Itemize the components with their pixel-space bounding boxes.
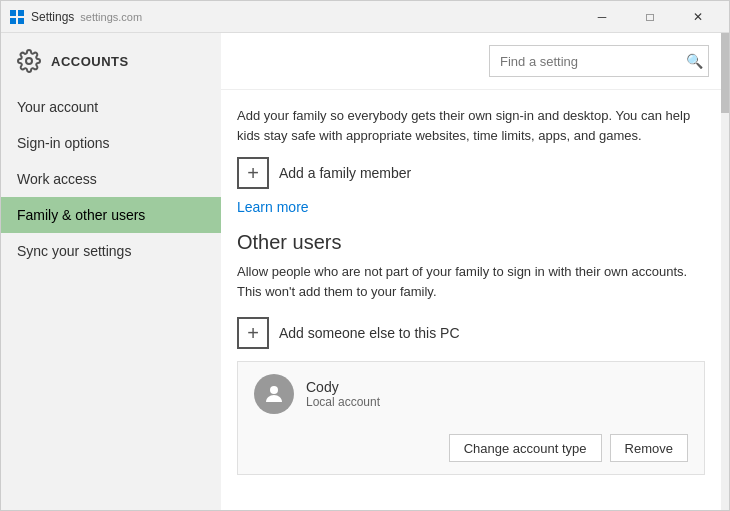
gear-icon: [17, 49, 41, 73]
svg-point-4: [26, 58, 32, 64]
titlebar-domain: settings.com: [80, 11, 142, 23]
main-content: 🔍 Add your family so everybody gets thei…: [221, 33, 729, 510]
titlebar: Settings settings.com ─ □ ✕: [1, 1, 729, 33]
sidebar-item-your-account[interactable]: Your account: [1, 89, 221, 125]
minimize-button[interactable]: ─: [579, 1, 625, 33]
sidebar-item-sign-in-options[interactable]: Sign-in options: [1, 125, 221, 161]
content-area: ACCOUNTS Your account Sign-in options Wo…: [1, 33, 729, 510]
app-icon: [9, 9, 25, 25]
search-wrapper: 🔍: [489, 45, 709, 77]
scrollbar-thumb[interactable]: [721, 33, 729, 113]
user-card: Cody Local account Change account type R…: [237, 361, 705, 475]
search-icon: 🔍: [686, 53, 703, 69]
learn-more-link[interactable]: Learn more: [237, 199, 705, 215]
svg-rect-2: [10, 18, 16, 24]
add-family-label: Add a family member: [279, 165, 411, 181]
titlebar-title: Settings: [31, 10, 74, 24]
header-bar: 🔍: [221, 33, 729, 90]
search-input[interactable]: [489, 45, 709, 77]
sidebar-title: ACCOUNTS: [51, 54, 129, 69]
other-users-description: Allow people who are not part of your fa…: [237, 262, 705, 301]
main-body: Add your family so everybody gets their …: [221, 90, 729, 495]
sidebar: ACCOUNTS Your account Sign-in options Wo…: [1, 33, 221, 510]
plus-icon: +: [237, 157, 269, 189]
add-someone-label: Add someone else to this PC: [279, 325, 460, 341]
remove-button[interactable]: Remove: [610, 434, 688, 462]
titlebar-controls: ─ □ ✕: [579, 1, 721, 33]
other-users-title: Other users: [237, 231, 705, 254]
add-someone-button[interactable]: + Add someone else to this PC: [237, 317, 705, 349]
user-card-actions: Change account type Remove: [238, 426, 704, 474]
add-family-member-button[interactable]: + Add a family member: [237, 157, 705, 189]
titlebar-left: Settings settings.com: [9, 9, 142, 25]
settings-window: Settings settings.com ─ □ ✕ ACCOUNTS You…: [0, 0, 730, 511]
sidebar-item-sync-your-settings[interactable]: Sync your settings: [1, 233, 221, 269]
person-icon: [262, 382, 286, 406]
plus-icon-2: +: [237, 317, 269, 349]
svg-rect-0: [10, 10, 16, 16]
user-name: Cody: [306, 379, 688, 395]
maximize-button[interactable]: □: [627, 1, 673, 33]
user-type: Local account: [306, 395, 688, 409]
change-account-type-button[interactable]: Change account type: [449, 434, 602, 462]
svg-point-5: [270, 386, 278, 394]
svg-rect-3: [18, 18, 24, 24]
sidebar-header: ACCOUNTS: [1, 49, 221, 89]
svg-rect-1: [18, 10, 24, 16]
user-info: Cody Local account: [306, 379, 688, 409]
family-description: Add your family so everybody gets their …: [237, 106, 705, 145]
avatar: [254, 374, 294, 414]
close-button[interactable]: ✕: [675, 1, 721, 33]
user-card-top[interactable]: Cody Local account: [238, 362, 704, 426]
sidebar-item-work-access[interactable]: Work access: [1, 161, 221, 197]
sidebar-item-family-other-users[interactable]: Family & other users: [1, 197, 221, 233]
scrollbar-track[interactable]: [721, 33, 729, 510]
